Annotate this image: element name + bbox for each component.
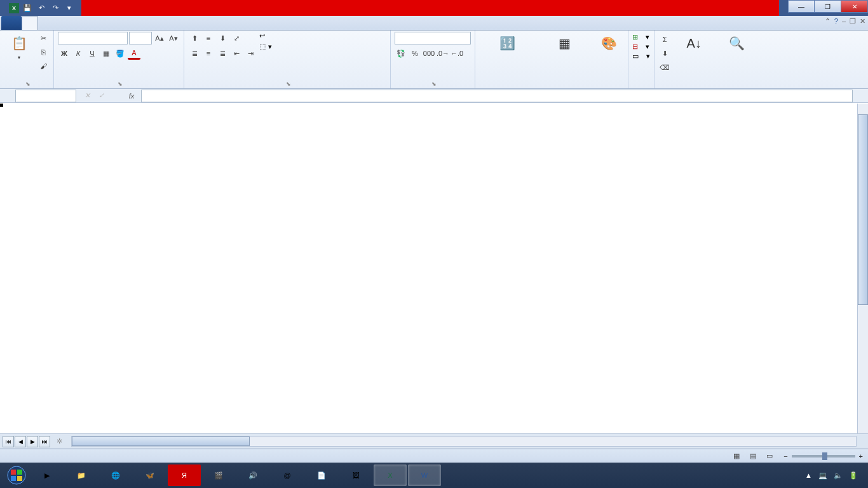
font-family-combo[interactable] [58,32,128,44]
comma-icon[interactable]: 000 [423,47,435,60]
alignment-launcher-icon[interactable]: ⬊ [286,81,291,87]
increase-decimal-icon[interactable]: .0→ [437,47,449,60]
page-break-view-icon[interactable]: ▭ [763,450,776,463]
tray-flag-icon[interactable]: ▲ [805,471,812,479]
doc-minimize-icon[interactable]: – [842,17,846,25]
merge-center-button[interactable]: ⬚▾ [259,43,386,51]
save-icon[interactable]: 💾 [22,3,33,14]
align-left-icon[interactable]: ≣ [188,47,201,60]
file-tab[interactable] [1,16,22,30]
cut-icon[interactable]: ✂ [37,32,50,44]
normal-view-icon[interactable]: ▦ [730,450,743,463]
tab-view[interactable] [114,16,130,30]
undo-icon[interactable]: ↶ [36,3,47,14]
decrease-indent-icon[interactable]: ⇤ [230,47,243,60]
font-launcher-icon[interactable]: ⬊ [118,81,123,87]
format-painter-icon[interactable]: 🖌 [37,60,50,72]
page-layout-view-icon[interactable]: ▤ [747,450,759,463]
tab-review[interactable] [99,16,114,30]
align-middle-icon[interactable]: ≡ [202,32,215,44]
borders-icon[interactable]: ▦ [100,47,112,60]
sheet-nav-prev-icon[interactable]: ◀ [15,436,26,447]
align-center-icon[interactable]: ≡ [202,47,215,60]
percent-icon[interactable]: % [409,47,421,60]
conditional-formatting-button[interactable]: 🔢 [479,32,535,53]
horizontal-scrollbar[interactable] [71,436,857,447]
shrink-font-icon[interactable]: A▾ [167,32,180,44]
align-top-icon[interactable]: ⬆ [188,32,201,44]
cell-styles-button[interactable]: 🎨 [593,32,624,53]
name-box[interactable] [15,90,76,102]
format-cells-button[interactable]: ▭ ▾ [632,52,650,60]
start-button[interactable] [4,464,29,486]
enter-formula-icon[interactable]: ✓ [94,90,108,102]
taskbar-item[interactable]: 🖼 [339,464,372,486]
paste-dropdown-icon[interactable]: ▾ [18,55,20,60]
tab-formulas[interactable] [69,16,84,30]
new-sheet-icon[interactable]: ✲ [57,437,62,445]
delete-cells-button[interactable]: ⊟ ▾ [632,43,649,51]
taskbar-item-excel[interactable]: X [374,464,407,486]
taskbar-item[interactable]: 📄 [305,464,338,486]
tab-page-layout[interactable] [53,16,69,30]
bold-icon[interactable]: Ж [58,47,71,60]
tab-insert[interactable] [38,16,53,30]
format-as-table-button[interactable]: ▦ [538,32,591,53]
tab-data[interactable] [84,16,99,30]
taskbar-item[interactable]: @ [271,464,304,486]
clear-icon[interactable]: ⌫ [658,61,671,74]
accounting-format-icon[interactable]: 💱 [395,47,407,60]
zoom-out-icon[interactable]: − [783,452,787,460]
underline-icon[interactable]: Ч [86,47,98,60]
zoom-slider[interactable] [792,455,855,458]
increase-indent-icon[interactable]: ⇥ [244,47,257,60]
sort-filter-button[interactable]: A↓ [674,32,714,53]
maximize-button[interactable]: ❐ [815,0,841,13]
align-right-icon[interactable]: ≣ [216,47,229,60]
vertical-scrollbar[interactable] [857,104,868,433]
find-select-button[interactable]: 🔍 [717,32,756,53]
zoom-knob[interactable] [822,452,827,460]
help-icon[interactable]: ? [834,17,838,25]
align-bottom-icon[interactable]: ⬇ [216,32,229,44]
sheet-nav-last-icon[interactable]: ⏭ [39,436,50,447]
spreadsheet-grid[interactable] [0,104,868,433]
taskbar-item-word[interactable]: W [408,464,441,486]
tray-volume-icon[interactable]: 🔈 [834,471,843,480]
cancel-formula-icon[interactable]: ✕ [80,90,94,102]
fill-color-icon[interactable]: 🪣 [114,47,126,60]
fx-icon[interactable]: fx [125,90,139,102]
tab-home[interactable] [22,16,38,30]
decrease-decimal-icon[interactable]: ←.0 [451,47,463,60]
taskbar-item[interactable]: 🦋 [133,464,166,486]
close-button[interactable]: ✕ [841,0,868,13]
horizontal-scroll-thumb[interactable] [72,437,250,446]
taskbar-item[interactable]: Я [168,464,201,486]
clipboard-launcher-icon[interactable]: ⬊ [25,81,31,87]
doc-restore-icon[interactable]: ❐ [850,17,856,25]
redo-icon[interactable]: ↷ [50,3,61,14]
minimize-button[interactable]: — [788,0,815,13]
taskbar-item[interactable]: 📁 [65,464,98,486]
wrap-text-button[interactable]: ↩ [259,32,320,40]
tray-network-icon[interactable]: 💻 [818,471,827,480]
doc-close-icon[interactable]: ✕ [860,17,865,25]
formula-bar[interactable] [141,90,853,102]
qat-dropdown-icon[interactable]: ▾ [64,3,75,14]
font-size-combo[interactable] [129,32,152,44]
vertical-scroll-thumb[interactable] [858,114,868,305]
fill-icon[interactable]: ⬇ [658,47,671,60]
taskbar-item[interactable]: 🔊 [236,464,269,486]
tray-battery-icon[interactable]: 🔋 [849,471,858,480]
sheet-nav-next-icon[interactable]: ▶ [27,436,38,447]
number-launcher-icon[interactable]: ⬊ [431,81,437,87]
italic-icon[interactable]: К [72,47,85,60]
paste-button[interactable]: 📋 ▾ [4,32,34,60]
minimize-ribbon-icon[interactable]: ⌃ [825,17,831,25]
taskbar-item[interactable]: 🌐 [99,464,132,486]
merge-dropdown-icon[interactable]: ▾ [268,43,272,51]
autosum-icon[interactable]: Σ [658,33,671,46]
zoom-in-icon[interactable]: + [859,452,863,460]
taskbar-item[interactable]: 🎬 [202,464,235,486]
sheet-nav-first-icon[interactable]: ⏮ [3,436,14,447]
